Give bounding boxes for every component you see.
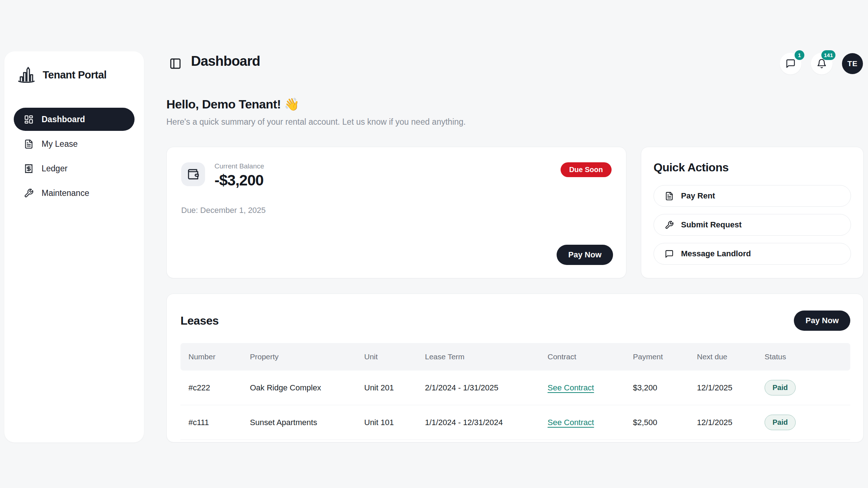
- bell-icon: [817, 59, 827, 69]
- greeting-subtitle: Here's a quick summary of your rental ac…: [166, 117, 466, 127]
- lease-number: #c222: [188, 383, 250, 393]
- quick-action-label: Message Landlord: [681, 249, 751, 258]
- column-header-next-due: Next due: [697, 352, 765, 361]
- status-badge: Paid: [765, 380, 796, 395]
- receipt-icon: [24, 164, 34, 174]
- lease-number: #c111: [188, 418, 250, 427]
- page-title: Dashboard: [191, 53, 260, 69]
- sidebar-toggle-button[interactable]: [169, 57, 182, 70]
- lease-term: 1/1/2024 - 12/31/2024: [425, 418, 548, 427]
- pay-rent-button[interactable]: Pay Rent: [654, 185, 851, 207]
- messages-button[interactable]: 1: [780, 53, 801, 74]
- lease-property: Sunset Apartments: [250, 418, 364, 427]
- wrench-icon: [24, 188, 34, 198]
- app-logo: Tenant Portal: [14, 65, 135, 85]
- column-header-contract: Contract: [548, 352, 633, 361]
- leases-card: Leases Pay Now Number Property Unit Leas…: [166, 294, 864, 442]
- sidebar-item-label: Maintenance: [42, 188, 89, 198]
- sidebar-item-dashboard[interactable]: Dashboard: [14, 108, 135, 131]
- column-header-payment: Payment: [633, 352, 697, 361]
- sidebar-item-maintenance[interactable]: Maintenance: [14, 181, 135, 205]
- buildings-icon: [17, 65, 36, 85]
- leases-pay-now-button[interactable]: Pay Now: [794, 311, 850, 331]
- due-date-text: Due: December 1, 2025: [181, 206, 612, 215]
- file-text-icon: [24, 139, 34, 149]
- column-header-status: Status: [765, 352, 824, 361]
- lease-payment: $3,200: [633, 383, 697, 393]
- column-header-number: Number: [188, 352, 250, 361]
- header-actions: 1 141 TE: [780, 53, 863, 74]
- sidebar-item-ledger[interactable]: Ledger: [14, 157, 135, 180]
- leases-table: Number Property Unit Lease Term Contract…: [180, 343, 850, 440]
- message-icon: [665, 249, 674, 258]
- column-header-term: Lease Term: [425, 352, 548, 361]
- leases-title: Leases: [180, 314, 219, 328]
- notifications-button[interactable]: 141: [811, 53, 833, 74]
- quick-action-label: Submit Request: [681, 220, 741, 230]
- status-badge: Paid: [765, 415, 796, 430]
- messages-badge: 1: [795, 50, 804, 60]
- due-soon-badge: Due Soon: [561, 162, 612, 177]
- row-menu-button[interactable]: [858, 380, 864, 396]
- lease-unit: Unit 201: [364, 383, 425, 393]
- sidebar-item-label: My Lease: [42, 139, 78, 149]
- sidebar-nav: Dashboard My Lease Ledger: [14, 108, 135, 205]
- wrench-icon: [665, 221, 674, 230]
- column-header-unit: Unit: [364, 352, 425, 361]
- quick-actions-title: Quick Actions: [654, 161, 851, 174]
- see-contract-link[interactable]: See Contract: [548, 418, 594, 427]
- lease-term: 2/1/2024 - 1/31/2025: [425, 383, 548, 393]
- greeting-title: Hello, Demo Tenant! 👋: [166, 97, 466, 111]
- balance-card: Current Balance -$3,200 Due Soon Due: De…: [166, 147, 626, 278]
- submit-request-button[interactable]: Submit Request: [654, 214, 851, 236]
- sidebar-item-label: Ledger: [42, 164, 68, 174]
- row-menu-button[interactable]: [858, 415, 864, 431]
- lease-next-due: 12/1/2025: [697, 418, 765, 427]
- avatar[interactable]: TE: [842, 53, 863, 74]
- balance-label: Current Balance: [214, 162, 264, 170]
- layout-dashboard-icon: [24, 115, 34, 124]
- greeting: Hello, Demo Tenant! 👋 Here's a quick sum…: [166, 97, 466, 127]
- app-title: Tenant Portal: [43, 69, 107, 81]
- notifications-badge: 141: [821, 50, 835, 60]
- table-header-row: Number Property Unit Lease Term Contract…: [180, 343, 850, 371]
- pay-now-button[interactable]: Pay Now: [557, 245, 613, 265]
- balance-amount: -$3,200: [214, 172, 264, 189]
- see-contract-link[interactable]: See Contract: [548, 383, 594, 392]
- lease-unit: Unit 101: [364, 418, 425, 427]
- lease-property: Oak Ridge Complex: [250, 383, 364, 393]
- table-row: #c111 Sunset Apartments Unit 101 1/1/202…: [180, 405, 850, 440]
- table-row: #c222 Oak Ridge Complex Unit 201 2/1/202…: [180, 371, 850, 405]
- sidebar-item-my-lease[interactable]: My Lease: [14, 132, 135, 155]
- wallet-icon: [181, 162, 205, 186]
- lease-payment: $2,500: [633, 418, 697, 427]
- quick-actions-card: Quick Actions Pay Rent Submit Request: [641, 147, 864, 278]
- message-landlord-button[interactable]: Message Landlord: [654, 243, 851, 265]
- column-header-property: Property: [250, 352, 364, 361]
- file-text-icon: [665, 192, 674, 201]
- sidebar: Tenant Portal Dashboard My Lease: [4, 51, 144, 442]
- sidebar-item-label: Dashboard: [42, 115, 85, 124]
- lease-next-due: 12/1/2025: [697, 383, 765, 393]
- quick-action-label: Pay Rent: [681, 191, 715, 201]
- message-icon: [786, 59, 796, 69]
- panel-left-icon: [169, 57, 182, 70]
